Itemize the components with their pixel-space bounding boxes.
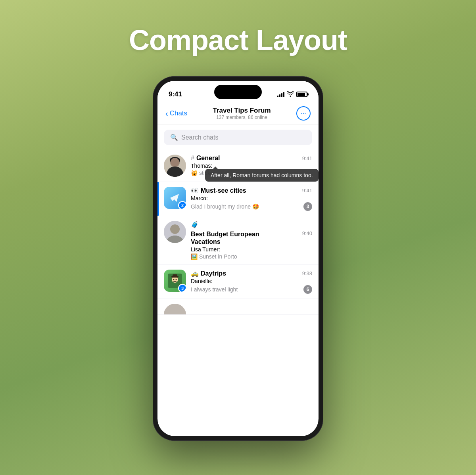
avatar-budget (164, 221, 186, 243)
search-bar[interactable]: 🔍 Search chats (164, 130, 312, 145)
chat-name-mustsee: 👀 Must-see cities (191, 187, 246, 194)
dynamic-island (214, 85, 262, 99)
search-icon: 🔍 (170, 134, 178, 141)
chat-header-daytrips: 🚕 Daytrips 9:38 (191, 270, 312, 277)
group-meta: 137 members, 86 online (213, 115, 271, 120)
hash-icon: # (191, 155, 194, 162)
chat-preview-daytrips: I always travel light (191, 286, 238, 293)
avatar-general (164, 155, 186, 177)
signal-bar-3 (281, 93, 282, 97)
luggage-icon: 🧳 (191, 221, 199, 228)
search-placeholder: Search chats (181, 134, 218, 141)
more-button[interactable]: ··· (296, 106, 311, 121)
signal-bar-1 (277, 96, 278, 97)
eyes-icon: 👀 (191, 187, 199, 194)
signal-bar-4 (283, 92, 284, 97)
svg-rect-13 (164, 304, 186, 315)
chat-list: # General 9:41 Thomas: 🙀 sticker After a… (157, 150, 319, 315)
chat-sender-mustsee: Marco: (191, 195, 312, 201)
nav-bar: ‹ Chats Travel Tips Forum 137 members, 8… (157, 102, 319, 125)
status-time: 9:41 (169, 90, 182, 98)
tooltip: After all, Roman forums had columns too. (205, 169, 319, 182)
preview-row-mustsee: Glad I brought my drone 🤩 3 (191, 202, 312, 211)
nav-title: Travel Tips Forum 137 members, 86 online (213, 107, 271, 120)
chat-item-daytrips[interactable]: 3 🚕 Daytrips 9:38 Danielle: I always tra… (157, 265, 319, 299)
chat-header-budget: 🧳 Best Budget European Vacations 9:40 (191, 221, 312, 245)
more-icon: ··· (301, 110, 306, 117)
back-button[interactable]: ‹ Chats (165, 109, 187, 118)
svg-point-5 (170, 224, 180, 234)
chat-time-daytrips: 9:38 (302, 270, 312, 276)
svg-point-1 (170, 158, 180, 167)
signal-icon (277, 92, 284, 97)
unread-badge-daytrips: 6 (303, 285, 312, 294)
chat-name-daytrips: 🚕 Daytrips (191, 270, 226, 277)
chat-content-daytrips: 🚕 Daytrips 9:38 Danielle: I always trave… (191, 270, 312, 294)
battery-icon (296, 92, 307, 97)
avatar-badge-daytrips: 3 (178, 284, 186, 292)
unread-badge-mustsee: 3 (303, 202, 312, 211)
back-label: Chats (170, 109, 187, 117)
svg-rect-10 (173, 274, 177, 277)
svg-point-11 (173, 279, 175, 280)
group-name: Travel Tips Forum (213, 107, 271, 115)
avatar-badge-mustsee: 2 (178, 201, 186, 209)
page-title: Compact Layout (129, 24, 347, 56)
search-container: 🔍 Search chats (157, 125, 319, 150)
phone-screen: 9:41 (157, 81, 319, 436)
active-indicator (157, 182, 159, 216)
phone-shell: 9:41 (153, 76, 323, 441)
battery-fill (298, 93, 305, 96)
status-icons (277, 91, 307, 98)
avatar-partial (164, 304, 186, 315)
svg-point-12 (176, 279, 177, 280)
chat-item-budget[interactable]: 🧳 Best Budget European Vacations 9:40 Li… (157, 216, 319, 265)
chat-header-mustsee: 👀 Must-see cities 9:41 (191, 187, 312, 194)
svg-point-3 (170, 157, 180, 163)
chat-item-mustsee[interactable]: 2 👀 Must-see cities 9:41 Marco: Glad I b… (157, 182, 319, 216)
chat-content-budget: 🧳 Best Budget European Vacations 9:40 Li… (191, 221, 312, 260)
chat-sender-budget: Lisa Turner: (191, 246, 312, 253)
chat-time-general: 9:41 (302, 155, 312, 161)
chat-time-mustsee: 9:41 (302, 188, 312, 193)
chat-sender-general: Thomas: (191, 163, 312, 169)
chat-time-budget: 9:40 (302, 230, 312, 236)
wifi-icon (287, 91, 294, 98)
chat-item-partial[interactable] (157, 299, 319, 315)
chevron-left-icon: ‹ (165, 109, 168, 118)
svg-rect-0 (164, 155, 186, 177)
chat-content-mustsee: 👀 Must-see cities 9:41 Marco: Glad I bro… (191, 187, 312, 211)
chat-sender-daytrips: Danielle: (191, 278, 312, 284)
preview-row-daytrips: I always travel light 6 (191, 285, 312, 294)
taxi-icon: 🚕 (191, 270, 199, 277)
chat-item-general[interactable]: # General 9:41 Thomas: 🙀 sticker After a… (157, 150, 319, 182)
avatar-daytrips: 3 (164, 270, 186, 292)
chat-preview-mustsee: Glad I brought my drone 🤩 (191, 203, 259, 210)
chat-header-general: # General 9:41 (191, 155, 312, 162)
avatar-mustsee: 2 (164, 187, 186, 209)
signal-bar-2 (279, 94, 280, 97)
chat-name-budget: 🧳 Best Budget European Vacations (191, 221, 270, 245)
svg-point-2 (167, 169, 183, 177)
chat-name-general: # General (191, 155, 220, 162)
chat-preview-budget: 🖼️ Sunset in Porto (191, 253, 312, 260)
